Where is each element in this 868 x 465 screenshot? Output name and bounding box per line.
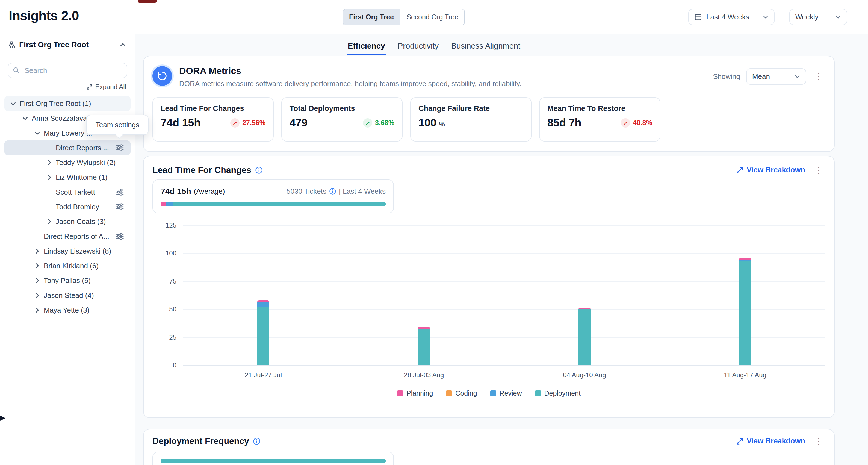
metric-delta-value: 27.56%	[242, 119, 266, 127]
tree-item-label: Jason Stead (4)	[44, 291, 130, 300]
chevron-up-icon	[120, 41, 126, 48]
tree-item-direct-reports[interactable]: Direct Reports ...	[4, 141, 130, 155]
legend-item-planning: Planning	[397, 389, 433, 397]
gridline	[183, 225, 826, 226]
date-range-select[interactable]: Last 4 Weeks	[688, 9, 775, 25]
info-icon[interactable]	[253, 437, 260, 445]
chevron-down-icon[interactable]	[20, 115, 31, 122]
view-breakdown-link[interactable]: View Breakdown	[736, 437, 805, 445]
team-settings-tooltip: Team settings	[86, 115, 149, 135]
kebab-menu-button[interactable]: ⋮	[812, 437, 826, 445]
aggregation-select[interactable]: Mean	[746, 68, 806, 85]
bar-segment-deployment	[257, 307, 269, 365]
distribution-segment-planning	[161, 202, 166, 206]
summary-meta: 5030 Tickets | Last 4 Weeks	[286, 187, 386, 196]
lead-time-card: Lead Time For Changes View Breakdown ⋮	[143, 156, 835, 418]
tree-item-jason-coats-3[interactable]: Jason Coats (3)	[4, 214, 130, 229]
bar-21-jul-27-jul[interactable]	[257, 300, 269, 365]
legend-label: Deployment	[544, 389, 581, 397]
dora-description: DORA metrics measure software delivery p…	[179, 80, 521, 88]
lead-time-header: Lead Time For Changes View Breakdown ⋮	[152, 165, 826, 175]
legend-item-review: Review	[490, 389, 522, 397]
chevron-right-icon[interactable]	[44, 159, 55, 166]
kebab-menu-button[interactable]: ⋮	[812, 72, 826, 81]
y-axis-label: 50	[169, 305, 177, 313]
tab-business-alignment[interactable]: Business Alignment	[450, 35, 521, 57]
metric-delta-value: 3.68%	[375, 119, 394, 127]
chevron-right-icon[interactable]	[44, 174, 55, 181]
chevron-right-icon[interactable]	[32, 292, 42, 299]
info-icon[interactable]	[255, 166, 263, 174]
dora-metric-cards: Lead Time For Changes74d 15h↗27.56%Total…	[152, 97, 826, 142]
search-input[interactable]	[8, 63, 127, 78]
metric-title: Change Failure Rate	[418, 104, 523, 113]
metric-card-change-failure-rate: Change Failure Rate100%	[410, 97, 531, 142]
tree-item-teddy-wylupski-2[interactable]: Teddy Wylupski (2)	[4, 155, 130, 170]
tree-item-maya-yette-3[interactable]: Maya Yette (3)	[4, 303, 130, 317]
tree-item-first-org-tree-root-1[interactable]: First Org Tree Root (1)	[4, 96, 130, 111]
tree-item-todd-bromley[interactable]: Todd Bromley	[4, 199, 130, 214]
bar-segment-planning	[739, 258, 751, 260]
chevron-right-icon[interactable]	[32, 248, 42, 254]
metric-title: Lead Time For Changes	[161, 104, 266, 113]
view-breakdown-link[interactable]: View Breakdown	[736, 166, 805, 174]
metric-value: 74d 15h	[161, 117, 200, 129]
chevron-down-icon[interactable]	[32, 130, 42, 136]
tree-item-tony-pallas-5[interactable]: Tony Pallas (5)	[4, 273, 130, 288]
expand-all-button[interactable]: Expand All	[9, 83, 126, 91]
dora-metrics-panel: DORA Metrics DORA metrics measure softwa…	[143, 56, 835, 152]
app-title: Insights 2.0	[9, 8, 79, 23]
dora-icon	[152, 66, 172, 86]
metric-value: 85d 7h	[547, 117, 581, 129]
tree-item-brian-kirkland-6[interactable]: Brian Kirkland (6)	[4, 258, 130, 273]
team-settings-icon[interactable]	[116, 188, 124, 196]
tree-item-lindsay-liszewski-8[interactable]: Lindsay Liszewski (8)	[4, 244, 130, 258]
deployment-title: Deployment Frequency	[152, 436, 260, 446]
chevron-right-icon[interactable]	[32, 262, 42, 269]
chevron-down-icon[interactable]	[8, 100, 19, 107]
metric-delta: ↗3.68%	[363, 118, 394, 128]
bar-segment-deployment	[418, 330, 430, 365]
chevron-right-icon[interactable]	[44, 218, 55, 225]
legend-swatch	[446, 391, 452, 396]
legend-label: Coding	[455, 389, 477, 397]
expand-icon	[736, 167, 743, 174]
kebab-menu-button[interactable]: ⋮	[812, 166, 826, 175]
info-icon[interactable]	[329, 188, 336, 195]
org-toggle-first-org-tree[interactable]: First Org Tree	[343, 9, 400, 25]
tree-item-jason-stead-4[interactable]: Jason Stead (4)	[4, 288, 130, 303]
legend-label: Review	[500, 389, 522, 397]
legend-swatch	[490, 391, 496, 396]
x-axis-label: 04 Aug-10 Aug	[504, 371, 665, 379]
tree-item-direct-reports-of-a[interactable]: Direct Reports of A...	[4, 229, 130, 244]
lead-time-summary-card: 74d 15h (Average) 5030 Tickets | Last 4 …	[152, 180, 394, 213]
team-settings-icon[interactable]	[116, 144, 124, 152]
tickets-count: 5030 Tickets	[286, 187, 327, 196]
summary-value: 74d 15h	[161, 187, 191, 196]
chevron-right-icon[interactable]	[32, 277, 42, 284]
org-toggle-second-org-tree[interactable]: Second Org Tree	[400, 9, 464, 25]
y-axis-label: 125	[165, 222, 177, 229]
granularity-select[interactable]: Weekly	[789, 9, 847, 25]
bar-28-jul-03-aug[interactable]	[418, 327, 430, 365]
view-breakdown-label: View Breakdown	[747, 166, 805, 174]
tab-efficiency[interactable]: Efficiency	[347, 35, 386, 57]
metric-value-row: 85d 7h↗40.8%	[547, 117, 652, 129]
bar-11-aug-17-aug[interactable]	[739, 258, 751, 365]
tree-item-liz-whittome-1[interactable]: Liz Whittome (1)	[4, 170, 130, 185]
bar-04-aug-10-aug[interactable]	[579, 308, 590, 365]
expand-all-label: Expand All	[95, 83, 126, 91]
metric-value-group: 85d 7h	[547, 117, 581, 129]
metric-unit: %	[439, 121, 445, 128]
team-settings-icon[interactable]	[116, 232, 124, 241]
sidebar-expand-handle[interactable]: ▶	[0, 410, 5, 424]
tree-item-label: Jason Coats (3)	[56, 217, 130, 226]
chart-plot-area: 0255075100125	[183, 225, 826, 365]
tree-item-label: Tony Pallas (5)	[44, 277, 130, 285]
sidebar-collapse-button[interactable]	[119, 40, 127, 49]
team-settings-icon[interactable]	[116, 203, 124, 211]
tab-productivity[interactable]: Productivity	[397, 35, 440, 57]
search-icon	[12, 67, 20, 74]
tree-item-scott-tarkett[interactable]: Scott Tarkett	[4, 185, 130, 199]
chevron-right-icon[interactable]	[32, 307, 42, 313]
